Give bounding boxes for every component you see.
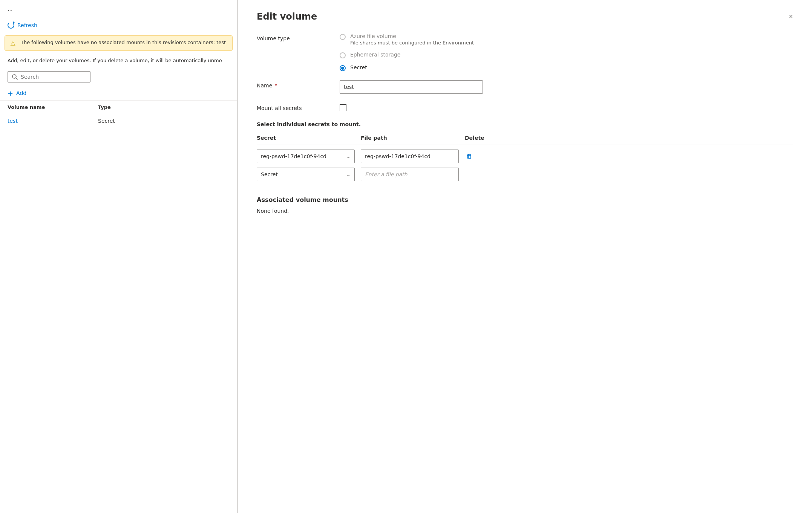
refresh-label: Refresh [17, 22, 37, 28]
warning-text: The following volumes have no associated… [21, 40, 226, 45]
filepath-input-0[interactable] [361, 150, 459, 163]
warning-icon: ⚠ [10, 40, 17, 47]
secrets-table: Secret File path Delete reg-pswd-17de1c0… [257, 135, 793, 181]
add-icon: + [8, 89, 13, 97]
right-panel: × Edit volume Volume type Azure file vol… [238, 0, 812, 513]
secret-select-wrapper-0: reg-pswd-17de1c0f-94cd [257, 150, 355, 163]
radio-azure-input[interactable] [340, 34, 346, 40]
secret-select-wrapper-1: Secret reg-pswd-17de1c0f-94cd [257, 168, 355, 181]
mount-all-checkbox[interactable] [340, 104, 346, 111]
col-name-header: Volume name [8, 104, 98, 110]
radio-secret-labels: Secret [350, 64, 367, 70]
secrets-col-secret-header: Secret [257, 135, 355, 141]
name-required-marker: * [275, 82, 277, 89]
secret-select-0[interactable]: reg-pswd-17de1c0f-94cd [257, 150, 355, 163]
table-header: Volume name Type [0, 101, 237, 114]
refresh-button[interactable]: Refresh [0, 18, 45, 32]
secret-select-1[interactable]: Secret reg-pswd-17de1c0f-94cd [257, 168, 355, 181]
panel-title: Edit volume [257, 11, 793, 22]
close-button[interactable]: × [785, 11, 797, 23]
name-label: Name * [257, 80, 332, 89]
name-input[interactable] [340, 80, 483, 94]
radio-ephemeral[interactable]: Ephemeral storage [340, 52, 793, 58]
mount-all-control [340, 103, 793, 112]
radio-secret-main: Secret [350, 64, 367, 70]
search-icon [12, 74, 18, 80]
secrets-row-1: Secret reg-pswd-17de1c0f-94cd [257, 168, 793, 181]
secrets-col-path-header: File path [361, 135, 459, 141]
radio-secret[interactable]: Secret [340, 64, 793, 71]
radio-ephemeral-input[interactable] [340, 52, 346, 58]
delete-icon-0: 🗑 [466, 153, 472, 160]
svg-line-1 [16, 78, 17, 79]
mount-all-row: Mount all secrets [257, 103, 793, 112]
search-input[interactable] [21, 74, 86, 80]
volume-type-group: Azure file volume File shares must be co… [340, 33, 793, 71]
name-field-container [340, 80, 793, 94]
close-icon: × [789, 13, 793, 21]
secrets-table-header: Secret File path Delete [257, 135, 793, 145]
volume-name-link[interactable]: test [8, 118, 98, 124]
secrets-row-0: reg-pswd-17de1c0f-94cd 🗑 [257, 150, 793, 163]
add-label: Add [16, 90, 26, 96]
mount-all-label: Mount all secrets [257, 103, 332, 111]
delete-button-0[interactable]: 🗑 [465, 151, 474, 161]
name-row: Name * [257, 80, 793, 94]
col-type-header: Type [98, 104, 173, 110]
volume-type-cell: Secret [98, 118, 173, 124]
warning-banner: ⚠ The following volumes have no associat… [5, 35, 233, 51]
none-found: None found. [257, 208, 793, 214]
associated-title: Associated volume mounts [257, 196, 793, 203]
search-container [0, 67, 237, 86]
select-secrets-title: Select individual secrets to mount. [257, 121, 793, 127]
left-panel: ... Refresh ⚠ The following volumes have… [0, 0, 237, 513]
ellipsis-text: ... [0, 0, 237, 18]
radio-secret-input[interactable] [340, 65, 346, 71]
description-text: Add, edit, or delete your volumes. If yo… [0, 54, 237, 67]
radio-ephemeral-labels: Ephemeral storage [350, 52, 400, 58]
radio-azure-main: Azure file volume [350, 33, 474, 39]
refresh-icon [8, 22, 14, 29]
filepath-input-1[interactable] [361, 168, 459, 181]
associated-section: Associated volume mounts None found. [257, 196, 793, 214]
search-input-wrapper [8, 71, 90, 82]
volume-type-row: Volume type Azure file volume File share… [257, 33, 793, 71]
radio-azure-labels: Azure file volume File shares must be co… [350, 33, 474, 46]
radio-ephemeral-main: Ephemeral storage [350, 52, 400, 58]
volume-type-label: Volume type [257, 33, 332, 41]
radio-azure[interactable]: Azure file volume File shares must be co… [340, 33, 793, 46]
secrets-col-delete-header: Delete [465, 135, 487, 141]
add-button[interactable]: + Add [0, 86, 34, 100]
radio-azure-sub: File shares must be configured in the En… [350, 40, 474, 46]
table-row[interactable]: test Secret [0, 114, 237, 128]
